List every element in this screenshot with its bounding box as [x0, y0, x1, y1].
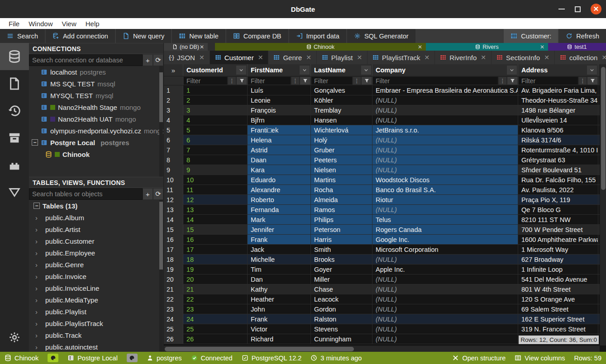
row-number[interactable]: 25: [164, 324, 183, 334]
table-item[interactable]: ›public.Album: [29, 212, 163, 223]
cell-address[interactable]: 69 Salem Street: [518, 304, 598, 314]
cell-firstname[interactable]: Dan: [248, 274, 311, 284]
cell-firstname[interactable]: Tim: [248, 265, 311, 274]
cell-customerid[interactable]: 8: [183, 155, 248, 165]
status-postgres[interactable]: postgres: [147, 355, 182, 362]
row-number[interactable]: 23: [164, 304, 183, 314]
funnel-icon[interactable]: [237, 77, 247, 85]
add-connection-button[interactable]: Add connection: [46, 29, 115, 43]
cell-customerid[interactable]: 26: [183, 334, 248, 344]
cell-company[interactable]: (NULL): [372, 334, 518, 344]
table-row[interactable]: 1919TimGoyerApple Inc.1 Infinite Loop: [164, 265, 600, 274]
cell-firstname[interactable]: Michelle: [248, 255, 311, 264]
close-icon[interactable]: ✕: [481, 54, 486, 61]
tab-collection[interactable]: collection✕: [555, 51, 606, 64]
row-number[interactable]: 21: [164, 284, 183, 294]
cell-company[interactable]: (NULL): [372, 105, 518, 115]
cell-lastname[interactable]: Brooks: [311, 255, 372, 264]
sidebar-file-icon[interactable]: [0, 70, 29, 97]
table-row[interactable]: 1515JenniferPetersonRogers Canada700 W P…: [164, 225, 600, 235]
cell-lastname[interactable]: Ralston: [311, 314, 372, 324]
funnel-icon[interactable]: [362, 77, 372, 85]
close-icon[interactable]: ✕: [540, 44, 544, 50]
chevron-right-icon[interactable]: ›: [35, 343, 40, 351]
status-badge[interactable]: [48, 354, 58, 362]
cell-lastname[interactable]: Holý: [311, 135, 372, 145]
close-icon[interactable]: ✕: [199, 54, 205, 61]
table-item[interactable]: ›public.Genre: [29, 259, 163, 270]
cell-firstname[interactable]: Leonie: [248, 95, 311, 105]
cell-company[interactable]: (NULL): [372, 205, 518, 214]
compare-db-button[interactable]: Compare DB: [226, 29, 288, 43]
cell-lastname[interactable]: Nielsen: [311, 165, 372, 175]
cell-customerid[interactable]: 20: [183, 274, 248, 284]
cell-address[interactable]: 541 Del Medio Avenue: [518, 274, 598, 284]
cell-company[interactable]: (NULL): [372, 145, 518, 155]
refresh-button[interactable]: Refresh: [559, 29, 606, 43]
row-number[interactable]: 5: [164, 125, 183, 135]
cell-firstname[interactable]: Jennifer: [248, 225, 311, 234]
row-number[interactable]: 20: [164, 274, 183, 284]
sidebar-settings-gear-icon[interactable]: [0, 331, 29, 344]
status-3-minutes-ago[interactable]: 3 minutes ago: [310, 355, 362, 362]
cell-lastname[interactable]: Miller: [311, 274, 372, 284]
row-number[interactable]: 24: [164, 314, 183, 324]
customer--button[interactable]: Customer:: [504, 29, 558, 43]
chevron-right-icon[interactable]: ›: [35, 249, 40, 257]
chevron-right-icon[interactable]: ›: [35, 273, 40, 280]
tab-riverinfo[interactable]: RiverInfo✕: [435, 51, 491, 64]
row-number[interactable]: 7: [164, 145, 183, 155]
cell-address[interactable]: Av. Paulista, 2022: [518, 185, 598, 194]
status-view-columns[interactable]: View columns: [515, 355, 565, 362]
close-icon[interactable]: ✕: [425, 54, 430, 61]
kebab-menu-icon[interactable]: ⋮: [353, 77, 361, 85]
cell-lastname[interactable]: Martins: [311, 175, 372, 184]
table-item[interactable]: ›public.Invoice: [29, 270, 163, 282]
cell-lastname[interactable]: Philips: [311, 215, 372, 224]
close-icon[interactable]: ✕: [258, 54, 263, 61]
cell-customerid[interactable]: 22: [183, 294, 248, 304]
chevron-down-icon[interactable]: [587, 66, 597, 75]
row-number[interactable]: 1: [164, 85, 183, 95]
table-row[interactable]: 2424FrankRalston(NULL)162 E Superior Str…: [164, 314, 600, 324]
cell-company[interactable]: (NULL): [372, 165, 518, 175]
tables-refresh-icon[interactable]: ⟳: [153, 188, 163, 200]
cell-company[interactable]: (NULL): [372, 284, 518, 294]
cell-customerid[interactable]: 11: [183, 185, 248, 194]
tab-json[interactable]: {·}JSON✕: [164, 51, 210, 64]
connection-item[interactable]: Nano2Health UATmongo: [29, 113, 163, 125]
row-number[interactable]: 26: [164, 334, 183, 344]
row-number[interactable]: 9: [164, 165, 183, 175]
row-number[interactable]: 15: [164, 225, 183, 234]
new-query-button[interactable]: New query: [116, 29, 171, 43]
column-header-company[interactable]: Company: [372, 64, 518, 76]
collapse-icon[interactable]: −: [32, 139, 38, 146]
tables-plus-icon[interactable]: +: [143, 188, 153, 200]
cell-address[interactable]: Sřnder Boulevard 51: [518, 165, 598, 175]
import-data-button[interactable]: Import data: [289, 29, 346, 43]
cell-lastname[interactable]: Peeters: [311, 155, 372, 165]
table-row[interactable]: 1818MichelleBrooks(NULL)627 Broadway: [164, 255, 600, 265]
status-chinook[interactable]: Chinook: [5, 355, 38, 362]
cell-customerid[interactable]: 23: [183, 304, 248, 314]
close-icon[interactable]: ✕: [306, 54, 311, 61]
cell-lastname[interactable]: Chase: [311, 284, 372, 294]
color-badge[interactable]: [48, 354, 58, 362]
cell-company[interactable]: Riotur: [372, 195, 518, 204]
table-row[interactable]: 99KaraNielsen(NULL)Sřnder Boulevard 51: [164, 165, 600, 175]
color-badge[interactable]: [127, 354, 138, 362]
cell-customerid[interactable]: 4: [183, 115, 248, 125]
filter-input[interactable]: Filter: [519, 77, 578, 85]
grid-horizontal-scrollbar[interactable]: [164, 345, 600, 352]
cell-address[interactable]: Theodor-Heuss-Straße 34: [518, 95, 598, 105]
menu-item-window[interactable]: Window: [24, 20, 57, 28]
collapse-icon[interactable]: −: [33, 203, 40, 209]
row-number[interactable]: 3: [164, 105, 183, 115]
table-item[interactable]: ›public.Customer: [29, 235, 163, 247]
column-header-address[interactable]: Address: [518, 64, 598, 76]
cell-lastname[interactable]: Gordon: [311, 304, 372, 314]
connections-scrollbar[interactable]: [159, 66, 163, 177]
cell-company[interactable]: Microsoft Corporation: [372, 245, 518, 254]
cell-lastname[interactable]: Ramos: [311, 205, 372, 214]
connection-item[interactable]: olympus-medportal.vychozi.czmongo: [29, 125, 163, 137]
